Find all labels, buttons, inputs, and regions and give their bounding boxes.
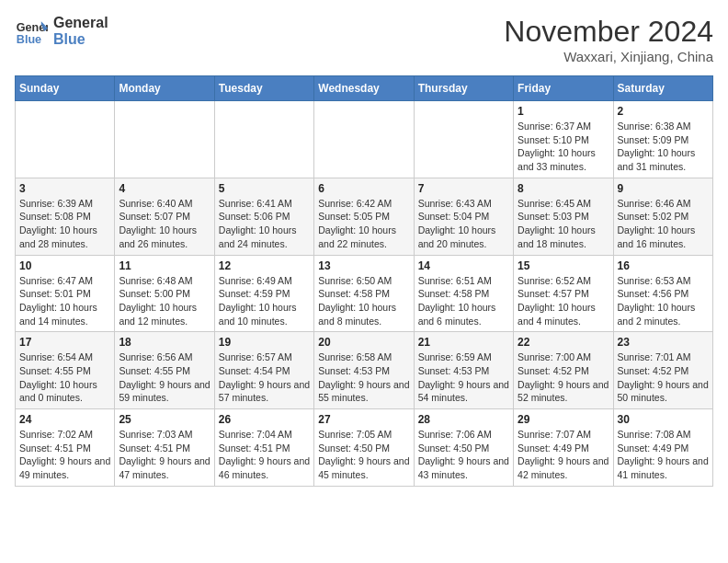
day-info: Sunrise: 6:47 AM Sunset: 5:01 PM Dayligh… (19, 274, 110, 328)
day-number: 19 (219, 336, 310, 349)
weekday-header: Saturday (613, 76, 712, 101)
calendar-cell: 7Sunrise: 6:43 AM Sunset: 5:04 PM Daylig… (414, 178, 513, 255)
day-number: 15 (518, 259, 609, 272)
day-info: Sunrise: 6:43 AM Sunset: 5:04 PM Dayligh… (418, 197, 509, 251)
calendar-cell: 8Sunrise: 6:45 AM Sunset: 5:03 PM Daylig… (514, 178, 613, 255)
calendar-cell: 20Sunrise: 6:58 AM Sunset: 4:53 PM Dayli… (314, 332, 414, 409)
day-info: Sunrise: 6:54 AM Sunset: 4:55 PM Dayligh… (19, 350, 110, 405)
day-number: 2 (618, 105, 709, 118)
day-info: Sunrise: 7:01 AM Sunset: 4:52 PM Dayligh… (618, 350, 709, 405)
calendar-cell (115, 101, 214, 178)
day-number: 16 (618, 259, 709, 272)
day-number: 13 (318, 259, 409, 272)
day-number: 17 (19, 336, 110, 349)
calendar-week-row: 17Sunrise: 6:54 AM Sunset: 4:55 PM Dayli… (16, 332, 713, 409)
logo: General Blue General Blue (15, 15, 108, 48)
weekday-header: Monday (115, 76, 214, 101)
day-number: 5 (219, 182, 310, 195)
day-info: Sunrise: 6:51 AM Sunset: 4:58 PM Dayligh… (418, 274, 509, 328)
day-number: 28 (418, 413, 509, 426)
calendar-week-row: 1Sunrise: 6:37 AM Sunset: 5:10 PM Daylig… (16, 101, 713, 178)
weekday-header: Wednesday (314, 76, 414, 101)
day-info: Sunrise: 6:56 AM Sunset: 4:55 PM Dayligh… (119, 350, 210, 405)
calendar-cell: 15Sunrise: 6:52 AM Sunset: 4:57 PM Dayli… (514, 255, 613, 332)
day-info: Sunrise: 7:07 AM Sunset: 4:49 PM Dayligh… (518, 428, 609, 482)
location: Waxxari, Xinjiang, China (504, 49, 713, 64)
calendar-cell: 17Sunrise: 6:54 AM Sunset: 4:55 PM Dayli… (16, 332, 115, 409)
calendar-cell (16, 101, 115, 178)
title-block: November 2024 Waxxari, Xinjiang, China (504, 15, 713, 64)
day-info: Sunrise: 6:42 AM Sunset: 5:05 PM Dayligh… (318, 197, 409, 251)
calendar-cell: 24Sunrise: 7:02 AM Sunset: 4:51 PM Dayli… (16, 409, 115, 487)
calendar-cell: 4Sunrise: 6:40 AM Sunset: 5:07 PM Daylig… (115, 178, 214, 255)
calendar-cell: 6Sunrise: 6:42 AM Sunset: 5:05 PM Daylig… (314, 178, 414, 255)
weekday-header: Friday (514, 76, 613, 101)
calendar-cell: 26Sunrise: 7:04 AM Sunset: 4:51 PM Dayli… (214, 409, 313, 487)
calendar-cell: 22Sunrise: 7:00 AM Sunset: 4:52 PM Dayli… (514, 332, 613, 409)
logo-general: General (53, 15, 108, 31)
day-number: 4 (119, 182, 210, 195)
day-number: 18 (119, 336, 210, 349)
calendar-cell (314, 101, 414, 178)
day-number: 1 (518, 105, 609, 118)
logo-icon: General Blue (15, 15, 48, 48)
day-number: 21 (418, 336, 509, 349)
day-info: Sunrise: 6:45 AM Sunset: 5:03 PM Dayligh… (518, 197, 609, 251)
day-info: Sunrise: 6:38 AM Sunset: 5:09 PM Dayligh… (618, 120, 709, 174)
day-number: 10 (19, 259, 110, 272)
weekday-header: Thursday (414, 76, 513, 101)
day-info: Sunrise: 6:40 AM Sunset: 5:07 PM Dayligh… (119, 197, 210, 251)
day-info: Sunrise: 6:59 AM Sunset: 4:53 PM Dayligh… (418, 350, 509, 405)
day-info: Sunrise: 6:50 AM Sunset: 4:58 PM Dayligh… (318, 274, 409, 328)
day-number: 20 (318, 336, 409, 349)
calendar-cell: 12Sunrise: 6:49 AM Sunset: 4:59 PM Dayli… (214, 255, 313, 332)
calendar-cell (214, 101, 313, 178)
day-info: Sunrise: 7:08 AM Sunset: 4:49 PM Dayligh… (618, 428, 709, 482)
calendar-cell: 2Sunrise: 6:38 AM Sunset: 5:09 PM Daylig… (613, 101, 712, 178)
day-number: 3 (19, 182, 110, 195)
day-number: 14 (418, 259, 509, 272)
day-number: 24 (19, 413, 110, 426)
day-info: Sunrise: 6:57 AM Sunset: 4:54 PM Dayligh… (219, 350, 310, 405)
weekday-header: Sunday (16, 76, 115, 101)
day-info: Sunrise: 6:58 AM Sunset: 4:53 PM Dayligh… (318, 350, 409, 405)
calendar-cell: 16Sunrise: 6:53 AM Sunset: 4:56 PM Dayli… (613, 255, 712, 332)
calendar-cell: 18Sunrise: 6:56 AM Sunset: 4:55 PM Dayli… (115, 332, 214, 409)
calendar-cell: 27Sunrise: 7:05 AM Sunset: 4:50 PM Dayli… (314, 409, 414, 487)
calendar-cell: 10Sunrise: 6:47 AM Sunset: 5:01 PM Dayli… (16, 255, 115, 332)
day-number: 22 (518, 336, 609, 349)
calendar-cell: 13Sunrise: 6:50 AM Sunset: 4:58 PM Dayli… (314, 255, 414, 332)
day-info: Sunrise: 7:00 AM Sunset: 4:52 PM Dayligh… (518, 350, 609, 405)
logo-blue: Blue (53, 31, 108, 48)
page-header: General Blue General Blue November 2024 … (15, 15, 713, 64)
day-info: Sunrise: 7:06 AM Sunset: 4:50 PM Dayligh… (418, 428, 509, 482)
day-info: Sunrise: 6:49 AM Sunset: 4:59 PM Dayligh… (219, 274, 310, 328)
weekday-header: Tuesday (214, 76, 313, 101)
calendar-cell: 30Sunrise: 7:08 AM Sunset: 4:49 PM Dayli… (613, 409, 712, 487)
day-number: 27 (318, 413, 409, 426)
day-info: Sunrise: 6:39 AM Sunset: 5:08 PM Dayligh… (19, 197, 110, 251)
day-number: 25 (119, 413, 210, 426)
day-info: Sunrise: 6:52 AM Sunset: 4:57 PM Dayligh… (518, 274, 609, 328)
day-info: Sunrise: 6:48 AM Sunset: 5:00 PM Dayligh… (119, 274, 210, 328)
day-number: 6 (318, 182, 409, 195)
calendar-cell: 3Sunrise: 6:39 AM Sunset: 5:08 PM Daylig… (16, 178, 115, 255)
calendar-cell (414, 101, 513, 178)
day-number: 29 (518, 413, 609, 426)
calendar-cell: 5Sunrise: 6:41 AM Sunset: 5:06 PM Daylig… (214, 178, 313, 255)
day-number: 8 (518, 182, 609, 195)
calendar-header-row: SundayMondayTuesdayWednesdayThursdayFrid… (16, 76, 713, 101)
day-number: 7 (418, 182, 509, 195)
day-number: 11 (119, 259, 210, 272)
calendar-cell: 25Sunrise: 7:03 AM Sunset: 4:51 PM Dayli… (115, 409, 214, 487)
day-number: 12 (219, 259, 310, 272)
day-number: 9 (618, 182, 709, 195)
calendar-week-row: 3Sunrise: 6:39 AM Sunset: 5:08 PM Daylig… (16, 178, 713, 255)
calendar-cell: 23Sunrise: 7:01 AM Sunset: 4:52 PM Dayli… (613, 332, 712, 409)
calendar-cell: 19Sunrise: 6:57 AM Sunset: 4:54 PM Dayli… (214, 332, 313, 409)
calendar-cell: 29Sunrise: 7:07 AM Sunset: 4:49 PM Dayli… (514, 409, 613, 487)
day-info: Sunrise: 7:05 AM Sunset: 4:50 PM Dayligh… (318, 428, 409, 482)
calendar-cell: 21Sunrise: 6:59 AM Sunset: 4:53 PM Dayli… (414, 332, 513, 409)
calendar-cell: 11Sunrise: 6:48 AM Sunset: 5:00 PM Dayli… (115, 255, 214, 332)
day-number: 26 (219, 413, 310, 426)
